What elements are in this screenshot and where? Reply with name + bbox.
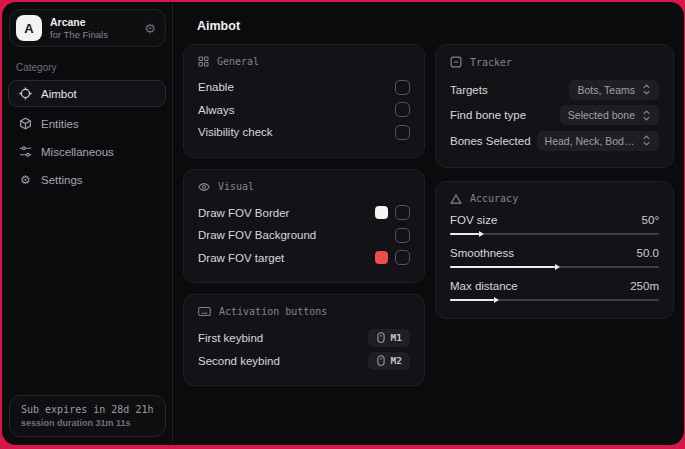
gear-icon: ⚙ — [19, 173, 32, 186]
draw-fov-border-checkbox[interactable] — [395, 205, 410, 220]
main-content: Aimbot General Enable — [173, 2, 684, 445]
sidebar-nav: Aimbot Entities Miscellaneous — [2, 80, 172, 194]
color-swatch[interactable] — [375, 206, 388, 219]
tracker-card: Tracker Targets Bots, Teams Find bone ty… — [435, 44, 674, 168]
fov-size-slider[interactable] — [450, 230, 659, 239]
setting-row-smoothness: Smoothness 50.0 — [450, 247, 659, 272]
targets-dropdown[interactable]: Bots, Teams — [569, 80, 659, 100]
mouse-icon — [376, 332, 386, 343]
setting-label: Second keybind — [198, 355, 280, 367]
general-card-header: General — [198, 56, 410, 67]
setting-row-max-distance: Max distance 250m — [450, 280, 659, 305]
color-swatch[interactable] — [375, 251, 388, 264]
second-keybind-button[interactable]: M2 — [368, 352, 410, 370]
setting-label: First keybind — [198, 332, 263, 344]
chevrons-up-down-icon — [642, 110, 651, 121]
draw-fov-target-checkbox[interactable] — [395, 250, 410, 265]
app-window: A Arcane for The Finals ⚙ Category Aimbo… — [2, 2, 684, 445]
bones-selected-dropdown[interactable]: Head, Neck, Body, Pe.. — [537, 131, 659, 151]
setting-label: Visibility check — [198, 126, 273, 138]
accuracy-card: Accuracy FOV size 50° — [435, 181, 674, 319]
slider-fill — [450, 299, 494, 302]
sliders-icon — [19, 145, 32, 158]
fov-size-value: 50° — [642, 214, 659, 226]
setting-label: Smoothness — [450, 247, 514, 259]
setting-label: Bones Selected — [450, 135, 531, 147]
visual-card-header: Visual — [198, 181, 410, 193]
setting-row-targets: Targets Bots, Teams — [450, 77, 659, 103]
setting-row-always: Always — [198, 99, 410, 122]
activation-card-header: Activation buttons — [198, 306, 410, 317]
app-header-card: A Arcane for The Finals ⚙ — [9, 9, 166, 47]
cube-icon — [19, 117, 32, 130]
setting-row-find-bone-type: Find bone type Selected bone — [450, 103, 659, 129]
setting-row-visibility-check: Visibility check — [198, 121, 410, 144]
sidebar-item-entities[interactable]: Entities — [8, 110, 166, 137]
visibility-check-checkbox[interactable] — [395, 125, 410, 140]
sidebar: A Arcane for The Finals ⚙ Category Aimbo… — [2, 2, 173, 445]
slider-fill — [450, 266, 555, 269]
visual-card: Visual Draw FOV Border Draw FOV Backgrou… — [183, 169, 425, 284]
setting-row-fov-size: FOV size 50° — [450, 214, 659, 239]
subscription-card: Sub expires in 28d 21h session duration … — [9, 395, 166, 437]
setting-row-draw-fov-target: Draw FOV target — [198, 247, 410, 270]
subscription-expiry: Sub expires in 28d 21h — [21, 404, 154, 415]
app-subtitle: for The Finals — [50, 29, 136, 41]
setting-row-first-keybind: First keybind M1 — [198, 326, 410, 349]
tracker-card-header: Tracker — [450, 56, 659, 68]
setting-label: Targets — [450, 84, 488, 96]
category-label: Category — [16, 62, 172, 73]
draw-fov-background-checkbox[interactable] — [395, 228, 410, 243]
enable-checkbox[interactable] — [395, 80, 410, 95]
setting-label: FOV size — [450, 214, 497, 226]
sidebar-item-aimbot[interactable]: Aimbot — [8, 80, 166, 107]
grid-icon — [198, 56, 209, 67]
smoothness-slider[interactable] — [450, 263, 659, 272]
sidebar-item-miscellaneous[interactable]: Miscellaneous — [8, 138, 166, 165]
gear-icon[interactable]: ⚙ — [144, 22, 156, 35]
crosshair-icon — [19, 87, 32, 100]
setting-label: Draw FOV Border — [198, 207, 289, 219]
eye-icon — [198, 181, 210, 193]
session-duration: session duration 31m 11s — [21, 418, 154, 428]
sidebar-item-label: Aimbot — [41, 88, 77, 100]
keyboard-icon — [198, 306, 211, 317]
slider-fill — [450, 233, 479, 236]
max-distance-slider[interactable] — [450, 296, 659, 305]
smoothness-value: 50.0 — [637, 247, 659, 259]
mouse-icon — [376, 355, 386, 366]
square-minus-icon — [450, 56, 462, 68]
setting-row-bones-selected: Bones Selected Head, Neck, Body, Pe.. — [450, 128, 659, 154]
setting-row-enable: Enable — [198, 76, 410, 99]
setting-label: Draw FOV Background — [198, 229, 316, 241]
setting-label: Max distance — [450, 280, 518, 292]
sidebar-item-label: Settings — [41, 174, 83, 186]
page-title: Aimbot — [197, 19, 674, 33]
app-name: Arcane — [50, 16, 136, 29]
triangle-icon — [450, 193, 462, 205]
activation-card: Activation buttons First keybind M1 Seco… — [183, 294, 425, 386]
app-logo: A — [16, 15, 42, 41]
always-checkbox[interactable] — [395, 102, 410, 117]
chevrons-up-down-icon — [642, 84, 651, 95]
setting-label: Enable — [198, 81, 234, 93]
find-bone-type-dropdown[interactable]: Selected bone — [560, 105, 659, 125]
setting-label: Draw FOV target — [198, 252, 284, 264]
setting-label: Always — [198, 104, 234, 116]
chevrons-up-down-icon — [642, 135, 651, 146]
setting-row-draw-fov-border: Draw FOV Border — [198, 202, 410, 225]
general-card: General Enable Always Visibility check — [183, 44, 425, 158]
sidebar-item-settings[interactable]: ⚙ Settings — [8, 166, 166, 193]
setting-row-draw-fov-background: Draw FOV Background — [198, 224, 410, 247]
setting-row-second-keybind: Second keybind M2 — [198, 349, 410, 372]
accuracy-card-header: Accuracy — [450, 193, 659, 205]
first-keybind-button[interactable]: M1 — [368, 329, 410, 347]
sidebar-item-label: Miscellaneous — [41, 146, 114, 158]
max-distance-value: 250m — [630, 280, 659, 292]
sidebar-item-label: Entities — [41, 118, 79, 130]
setting-label: Find bone type — [450, 109, 526, 121]
